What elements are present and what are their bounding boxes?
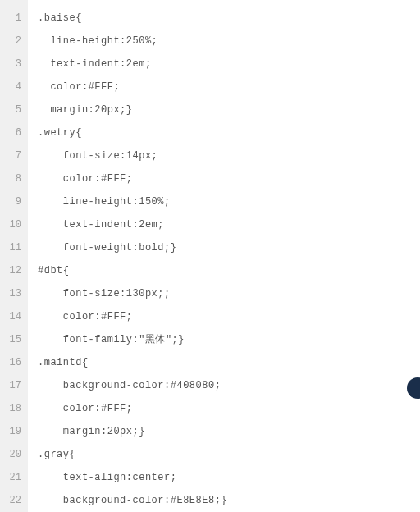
code-line[interactable]: margin:20px;} bbox=[38, 98, 420, 121]
code-line[interactable]: font-size:130px;; bbox=[38, 282, 420, 305]
code-line[interactable]: font-family:"黑体";} bbox=[38, 328, 420, 351]
line-number: 17 bbox=[3, 374, 21, 397]
line-number: 1 bbox=[3, 7, 21, 30]
code-line[interactable]: #dbt{ bbox=[38, 259, 420, 282]
code-line[interactable]: line-height:250%; bbox=[38, 30, 420, 53]
code-content[interactable]: .baise{ line-height:250%; text-indent:2e… bbox=[28, 0, 420, 512]
code-line[interactable]: .baise{ bbox=[38, 7, 420, 30]
line-number: 4 bbox=[3, 75, 21, 98]
line-number: 15 bbox=[3, 328, 21, 351]
code-line[interactable]: background-color:#408080; bbox=[38, 374, 420, 397]
code-line[interactable]: color:#FFF; bbox=[38, 167, 420, 190]
line-number: 3 bbox=[3, 53, 21, 75]
line-number: 7 bbox=[3, 144, 21, 167]
code-line[interactable]: font-weight:bold;} bbox=[38, 236, 420, 259]
line-number: 9 bbox=[3, 190, 21, 213]
code-line[interactable]: line-height:150%; bbox=[38, 190, 420, 213]
code-line[interactable]: color:#FFF; bbox=[38, 397, 420, 420]
line-number-gutter: 12345678910111213141516171819202122 bbox=[0, 0, 28, 512]
code-line[interactable]: .maintd{ bbox=[38, 351, 420, 374]
code-line[interactable]: .wetry{ bbox=[38, 121, 420, 144]
code-line[interactable]: text-indent:2em; bbox=[38, 213, 420, 236]
line-number: 5 bbox=[3, 98, 21, 121]
code-editor: 12345678910111213141516171819202122 .bai… bbox=[0, 0, 420, 512]
line-number: 21 bbox=[3, 466, 21, 489]
code-line[interactable]: color:#FFF; bbox=[38, 75, 420, 98]
code-line[interactable]: margin:20px;} bbox=[38, 420, 420, 443]
line-number: 11 bbox=[3, 236, 21, 259]
code-line[interactable]: background-color:#E8E8E8;} bbox=[38, 489, 420, 512]
code-line[interactable]: text-indent:2em; bbox=[38, 53, 420, 75]
code-line[interactable]: .gray{ bbox=[38, 443, 420, 466]
line-number: 12 bbox=[3, 259, 21, 282]
line-number: 20 bbox=[3, 443, 21, 466]
line-number: 14 bbox=[3, 305, 21, 328]
code-line[interactable]: color:#FFF; bbox=[38, 305, 420, 328]
line-number: 2 bbox=[3, 30, 21, 53]
line-number: 18 bbox=[3, 397, 21, 420]
code-line[interactable]: font-size:14px; bbox=[38, 144, 420, 167]
line-number: 8 bbox=[3, 167, 21, 190]
line-number: 16 bbox=[3, 351, 21, 374]
line-number: 13 bbox=[3, 282, 21, 305]
line-number: 19 bbox=[3, 420, 21, 443]
line-number: 6 bbox=[3, 121, 21, 144]
line-number: 10 bbox=[3, 213, 21, 236]
code-line[interactable]: text-align:center; bbox=[38, 466, 420, 489]
line-number: 22 bbox=[3, 489, 21, 512]
